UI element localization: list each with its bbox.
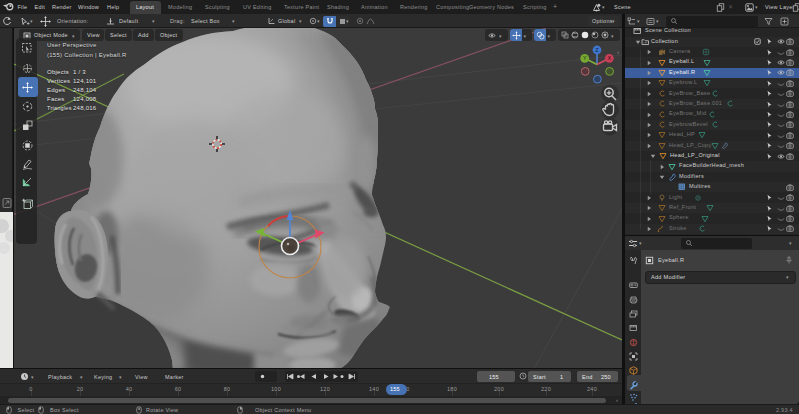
svg-text:X: X [607, 55, 611, 61]
svg-text:Y: Y [583, 55, 587, 61]
svg-text:‹: ‹ [617, 49, 619, 55]
